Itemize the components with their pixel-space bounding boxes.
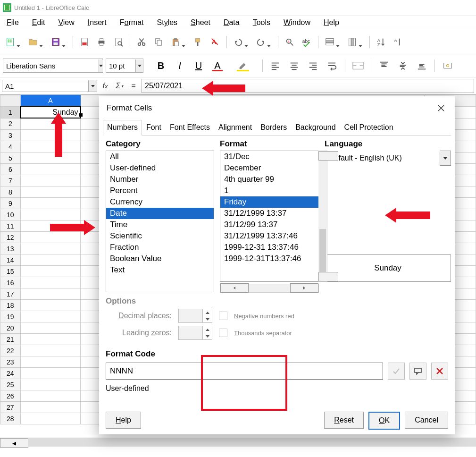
formula-input[interactable] xyxy=(142,79,474,93)
category-all[interactable]: All xyxy=(106,151,214,162)
menu-help[interactable]: Help xyxy=(319,17,344,29)
format-item[interactable]: 1999-12-31T13:37:46 xyxy=(220,253,318,264)
row-header-1[interactable]: 1 xyxy=(0,106,21,118)
clone-format-button[interactable] xyxy=(191,34,206,50)
redo-button[interactable] xyxy=(253,34,268,50)
edit-comment-button[interactable] xyxy=(409,363,426,380)
highlight-button[interactable] xyxy=(235,58,251,73)
add-format-button[interactable] xyxy=(388,363,405,380)
cell-reference-box[interactable] xyxy=(2,80,97,92)
bold-button[interactable]: B xyxy=(153,58,169,73)
row-button[interactable] xyxy=(322,34,337,50)
align-top-button[interactable] xyxy=(376,58,392,73)
format-scrollbar-v[interactable] xyxy=(318,151,327,282)
export-pdf-button[interactable] xyxy=(77,34,92,50)
font-name-input[interactable] xyxy=(3,61,99,71)
cell-reference-dropdown[interactable] xyxy=(88,80,97,92)
menu-data[interactable]: Data xyxy=(219,17,244,29)
sort-button[interactable]: AZ xyxy=(374,34,389,50)
align-bottom-button[interactable] xyxy=(414,58,430,73)
align-middle-button[interactable] xyxy=(395,58,411,73)
tab-borders[interactable]: Borders xyxy=(256,120,291,135)
font-name-dropdown[interactable] xyxy=(99,59,103,72)
menu-view[interactable]: View xyxy=(53,17,79,29)
format-code-input[interactable] xyxy=(106,363,383,380)
underline-button[interactable]: U xyxy=(191,58,207,73)
autofilter-button[interactable]: A xyxy=(391,34,406,50)
format-item[interactable]: 31/12/1999 13:37 xyxy=(220,208,318,219)
horizontal-scrollbar[interactable]: ◂ xyxy=(0,438,476,447)
menu-sheet[interactable]: Sheet xyxy=(186,17,215,29)
sheet-tabs[interactable] xyxy=(0,447,3,457)
format-item[interactable]: 1 xyxy=(220,185,318,196)
help-button[interactable]: Help xyxy=(106,412,141,429)
tab-alignment[interactable]: Alignment xyxy=(214,120,256,135)
align-right-button[interactable] xyxy=(305,58,321,73)
print-button[interactable] xyxy=(94,34,109,50)
reset-button[interactable]: Reset xyxy=(324,412,364,429)
new-doc-button[interactable] xyxy=(3,34,18,50)
cell-a1[interactable]: Sunday xyxy=(20,106,80,118)
font-size-combo[interactable] xyxy=(106,59,143,73)
category-listbox[interactable]: All User-defined Number Percent Currency… xyxy=(106,151,214,292)
find-replace-button[interactable]: a xyxy=(282,34,297,50)
category-time[interactable]: Time xyxy=(106,219,214,230)
category-scientific[interactable]: Scientific xyxy=(106,230,214,242)
currency-button[interactable] xyxy=(440,58,456,73)
copy-button[interactable] xyxy=(151,34,166,50)
column-button[interactable] xyxy=(345,34,360,50)
category-boolean[interactable]: Boolean Value xyxy=(106,253,214,264)
delete-format-button[interactable] xyxy=(431,363,448,380)
sum-button[interactable]: Σ▾ xyxy=(113,80,125,92)
menu-edit[interactable]: Edit xyxy=(27,17,50,29)
format-item[interactable]: 31/12/99 13:37 xyxy=(220,219,318,230)
category-number[interactable]: Number xyxy=(106,174,214,185)
format-item[interactable]: December xyxy=(220,162,318,174)
merge-cells-button[interactable] xyxy=(350,58,366,73)
spellcheck-button[interactable]: abc xyxy=(299,34,314,50)
wrap-text-button[interactable] xyxy=(324,58,340,73)
tab-background[interactable]: Background xyxy=(291,120,340,135)
category-date[interactable]: Date xyxy=(106,208,214,219)
cell-reference-input[interactable] xyxy=(2,81,88,91)
format-item[interactable]: 31/Dec xyxy=(220,151,318,162)
equals-button[interactable]: = xyxy=(127,80,140,92)
category-user-defined[interactable]: User-defined xyxy=(106,162,214,174)
format-item[interactable]: 31/12/1999 13:37:46 xyxy=(220,230,318,242)
save-button[interactable] xyxy=(48,34,63,50)
align-left-button[interactable] xyxy=(267,58,284,73)
open-button[interactable] xyxy=(25,34,41,50)
font-size-dropdown[interactable] xyxy=(135,59,143,72)
tab-font-effects[interactable]: Font Effects xyxy=(166,120,214,135)
format-item-friday[interactable]: Friday xyxy=(220,196,318,208)
paste-button[interactable] xyxy=(168,34,183,50)
cancel-button[interactable]: Cancel xyxy=(405,412,448,429)
font-name-combo[interactable] xyxy=(3,59,103,73)
tab-font[interactable]: Font xyxy=(142,120,166,135)
menu-tools[interactable]: Tools xyxy=(248,17,275,29)
category-currency[interactable]: Currency xyxy=(106,196,214,208)
category-text[interactable]: Text xyxy=(106,264,214,276)
undo-button[interactable] xyxy=(231,34,246,50)
category-fraction[interactable]: Fraction xyxy=(106,242,214,253)
category-percent[interactable]: Percent xyxy=(106,185,214,196)
font-color-button[interactable]: A xyxy=(209,58,225,73)
tab-numbers[interactable]: Numbers xyxy=(103,120,142,135)
format-scrollbar-h[interactable] xyxy=(220,284,319,293)
ok-button[interactable]: OK xyxy=(368,412,400,430)
format-item[interactable]: 1999-12-31 13:37:46 xyxy=(220,242,318,253)
menu-styles[interactable]: Styles xyxy=(152,17,183,29)
language-dropdown[interactable] xyxy=(440,152,451,165)
print-preview-button[interactable] xyxy=(111,34,126,50)
format-listbox[interactable]: 31/Dec December 4th quarter 99 1 Friday … xyxy=(220,151,319,282)
function-wizard-button[interactable]: fx xyxy=(99,80,111,92)
format-item[interactable]: 4th quarter 99 xyxy=(220,174,318,185)
align-center-button[interactable] xyxy=(286,58,302,73)
menu-insert[interactable]: Insert xyxy=(83,17,111,29)
menu-window[interactable]: Window xyxy=(279,17,315,29)
tab-cell-protection[interactable]: Cell Protection xyxy=(340,120,398,135)
language-select[interactable]: Default - English (UK) xyxy=(325,151,451,166)
menu-format[interactable]: Format xyxy=(115,17,149,29)
menu-file[interactable]: File xyxy=(2,17,24,29)
dialog-close-button[interactable] xyxy=(435,102,447,114)
